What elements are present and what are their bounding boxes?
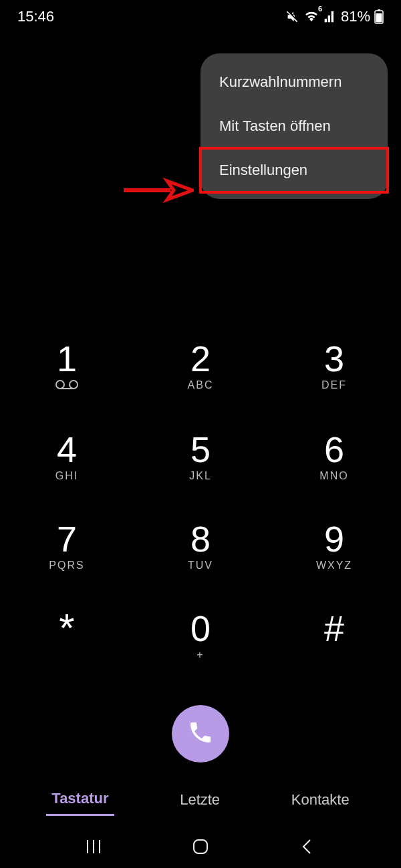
key-sub: MNO <box>319 470 348 482</box>
phone-icon <box>187 719 214 748</box>
key-digit: 1 <box>57 341 77 377</box>
key-2[interactable]: 2 ABC <box>170 341 231 393</box>
voicemail-icon <box>55 379 78 393</box>
status-time: 15:46 <box>17 8 54 25</box>
menu-item-open-with-keys[interactable]: Mit Tasten öffnen <box>200 104 388 148</box>
battery-icon <box>374 9 384 24</box>
key-5[interactable]: 5 JKL <box>170 431 231 482</box>
key-digit: # <box>324 610 344 646</box>
svg-rect-2 <box>376 13 382 23</box>
key-digit: * <box>59 610 74 646</box>
key-sub: GHI <box>55 470 78 482</box>
call-button[interactable] <box>172 705 229 763</box>
key-sub: ABC <box>188 379 214 391</box>
key-3[interactable]: 3 DEF <box>304 341 364 393</box>
svg-rect-11 <box>194 840 207 853</box>
key-sub: TUV <box>188 560 213 572</box>
tab-recent[interactable]: Letzte <box>174 785 225 815</box>
key-sub: JKL <box>189 470 212 482</box>
key-digit: 4 <box>57 431 77 467</box>
network-gen-label: 6 <box>318 5 322 13</box>
key-sub: WXYZ <box>316 560 352 572</box>
android-nav-bar <box>0 828 401 868</box>
svg-rect-1 <box>378 9 380 11</box>
key-digit: 7 <box>57 521 77 557</box>
key-digit: 5 <box>190 431 211 467</box>
status-icons: 6 81% <box>285 8 384 25</box>
key-sub: PQRS <box>49 560 84 572</box>
mute-icon <box>285 9 299 24</box>
key-digit: 8 <box>190 521 211 557</box>
key-sub: DEF <box>321 379 347 391</box>
back-icon <box>299 838 316 858</box>
tab-contacts[interactable]: Kontakte <box>286 785 355 815</box>
key-8[interactable]: 8 TUV <box>170 521 231 572</box>
key-4[interactable]: 4 GHI <box>37 431 97 482</box>
key-9[interactable]: 9 WXYZ <box>304 521 364 572</box>
wifi-icon <box>303 9 319 24</box>
nav-home-button[interactable] <box>184 832 217 864</box>
key-digit: 0 <box>190 610 211 646</box>
nav-back-button[interactable] <box>291 832 323 864</box>
key-digit: 2 <box>190 341 211 377</box>
key-hash[interactable]: # <box>304 610 364 661</box>
status-bar: 15:46 6 81% <box>0 0 401 33</box>
bottom-tabs: Tastatur Letzte Kontakte <box>0 783 401 816</box>
menu-item-speed-dial[interactable]: Kurzwahlnummern <box>200 60 388 104</box>
home-icon <box>192 838 209 858</box>
annotation-arrow-icon <box>120 177 194 206</box>
key-digit: 3 <box>324 341 344 377</box>
key-star[interactable]: * <box>37 610 97 661</box>
key-digit: 9 <box>324 521 344 557</box>
key-0[interactable]: 0 + <box>170 610 231 661</box>
tab-keypad[interactable]: Tastatur <box>46 783 114 816</box>
key-digit: 6 <box>324 431 344 467</box>
signal-icon: 6 <box>323 10 337 23</box>
key-6[interactable]: 6 MNO <box>304 431 364 482</box>
overflow-menu: Kurzwahlnummern Mit Tasten öffnen Einste… <box>200 53 388 199</box>
svg-point-6 <box>70 381 78 389</box>
key-1[interactable]: 1 <box>37 341 97 393</box>
battery-percent: 81% <box>341 8 370 25</box>
key-7[interactable]: 7 PQRS <box>37 521 97 572</box>
menu-item-settings[interactable]: Einstellungen <box>200 148 388 192</box>
nav-recents-button[interactable] <box>78 832 110 864</box>
key-sub: + <box>196 649 204 661</box>
recents-icon <box>85 838 102 858</box>
dial-keypad: 1 2 ABC 3 DEF 4 GHI 5 JKL 6 MNO 7 <box>0 341 401 763</box>
svg-point-5 <box>56 381 64 389</box>
svg-marker-4 <box>167 181 192 200</box>
